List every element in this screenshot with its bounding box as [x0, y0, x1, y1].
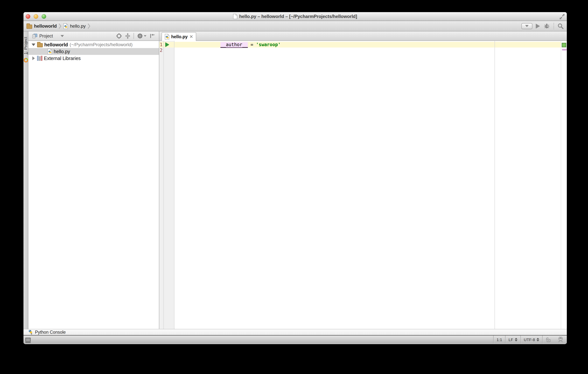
minimize-window-button[interactable]: [34, 14, 38, 19]
right-margin-guide: [494, 41, 495, 329]
tab-label: hello.py: [171, 34, 188, 39]
token-author-variable: __author__: [220, 42, 248, 48]
tab-close-icon[interactable]: ✕: [189, 34, 193, 39]
tree-row-root[interactable]: helloworld (~/PycharmProjects/helloworld…: [28, 41, 159, 48]
encoding-selector[interactable]: UTF-8: [521, 336, 542, 344]
external-libraries-icon: [37, 56, 42, 61]
window-title: hello.py – helloworld – [~/PycharmProjec…: [239, 14, 357, 19]
breadcrumb-item-file[interactable]: hello.py: [70, 23, 86, 29]
project-tree: helloworld (~/PycharmProjects/helloworld…: [28, 41, 159, 329]
hide-panel-icon[interactable]: [149, 33, 155, 39]
tree-row-external-libraries[interactable]: External Libraries: [28, 55, 159, 62]
project-button-label: : Project: [23, 37, 28, 52]
breadcrumb-item-project[interactable]: helloworld: [34, 23, 57, 29]
hector-inspector-icon[interactable]: [554, 336, 565, 344]
breadcrumb-chevron-icon: [88, 23, 90, 29]
run-line-marker-icon[interactable]: [165, 43, 169, 47]
tree-file-label: hello.py: [54, 49, 70, 54]
tree-root-path: (~/PycharmProjects/helloworld): [70, 42, 133, 47]
chevron-down-icon: [525, 25, 529, 27]
inspection-ok-icon[interactable]: [562, 43, 566, 47]
readonly-lock-icon[interactable]: [543, 336, 554, 344]
tab-hello-py[interactable]: hello.py ✕: [162, 32, 196, 41]
line-separator-value: LF: [509, 337, 513, 342]
encoding-value: UTF-8: [524, 337, 535, 342]
chevron-down-icon[interactable]: [61, 35, 64, 37]
toolbar-separator: [554, 23, 554, 29]
python-console-label: Python Console: [35, 330, 66, 335]
run-configuration-dropdown[interactable]: [521, 23, 532, 29]
run-toolbar: [521, 23, 564, 29]
token-string: 'swaroop': [256, 42, 281, 47]
project-view-icon: [32, 33, 37, 38]
line-number: 2: [159, 48, 163, 53]
gear-icon[interactable]: [137, 33, 147, 39]
line-separator-selector[interactable]: LF: [505, 336, 520, 344]
updown-arrows-icon: [536, 338, 539, 342]
editor-tab-bar: hello.py ✕: [159, 32, 567, 41]
annotation-gutter: [164, 41, 174, 329]
editor-column: hello.py ✕ 1 2: [159, 32, 567, 329]
document-icon: [233, 14, 237, 19]
caret-position-value: 1:1: [497, 337, 502, 342]
toolwindow-strip: 1: Project: [23, 32, 28, 329]
pycharm-logo-icon: [24, 58, 28, 63]
close-window-button[interactable]: [26, 14, 30, 19]
debug-button[interactable]: [543, 23, 550, 29]
folder-icon: [37, 43, 43, 47]
tree-root-label: helloworld: [44, 42, 68, 47]
code-area[interactable]: __author__ = 'swaroop': [174, 41, 561, 329]
project-panel-title[interactable]: Project: [39, 33, 53, 39]
error-stripe-column[interactable]: [561, 41, 567, 329]
toolwindow-toggle-icon[interactable]: [25, 338, 31, 342]
python-file-icon: [165, 34, 169, 40]
breadcrumb: helloworld hello.py: [26, 23, 90, 29]
tree-row-file-selected[interactable]: hello.py: [28, 48, 159, 55]
bottom-toolwindow-bar: Python Console: [23, 329, 567, 336]
traffic-lights: [23, 14, 46, 19]
status-bar: 1:1 LF UTF-8: [23, 336, 567, 344]
project-panel: Project: [28, 32, 159, 329]
zoom-window-button[interactable]: [42, 14, 46, 19]
locate-icon[interactable]: [116, 33, 122, 39]
collapsed-triangle-icon[interactable]: [32, 56, 35, 60]
python-console-icon: [28, 330, 33, 335]
python-file-icon: [47, 49, 52, 54]
editor[interactable]: 1 2 __author__ = 'swaroop': [159, 41, 567, 329]
line-number-gutter: 1 2: [159, 41, 164, 329]
collapse-all-icon[interactable]: [125, 33, 131, 39]
fullscreen-icon[interactable]: [559, 14, 565, 20]
navigation-bar: helloworld hello.py: [23, 21, 567, 32]
project-toolwindow-button[interactable]: 1: Project: [23, 33, 28, 58]
main-area: 1: Project: [23, 32, 567, 329]
toolbar-separator: [134, 33, 134, 39]
line-number: 1: [159, 42, 163, 47]
tree-libraries-label: External Libraries: [44, 56, 81, 61]
mnemonic: 1: [23, 52, 28, 54]
breadcrumb-chevron-icon: [59, 23, 61, 29]
updown-arrows-icon: [515, 338, 517, 342]
title-group: hello.py – helloworld – [~/PycharmProjec…: [23, 14, 567, 19]
code-line-1: __author__ = 'swaroop': [174, 42, 561, 47]
python-console-button[interactable]: Python Console: [26, 329, 68, 335]
search-everywhere-icon[interactable]: [557, 23, 564, 29]
token-operator: =: [248, 42, 256, 47]
error-stripe-mark[interactable]: [562, 49, 567, 51]
screen-background: hello.py – helloworld – [~/PycharmProjec…: [0, 0, 588, 374]
folder-icon: [26, 25, 32, 29]
titlebar[interactable]: hello.py – helloworld – [~/PycharmProjec…: [23, 12, 567, 21]
project-panel-header: Project: [28, 32, 159, 41]
run-button[interactable]: [536, 24, 540, 29]
chevron-down-icon: [144, 35, 147, 37]
pycharm-window: hello.py – helloworld – [~/PycharmProjec…: [23, 12, 567, 344]
caret-position[interactable]: 1:1: [494, 336, 505, 344]
expanded-triangle-icon[interactable]: [32, 43, 35, 46]
python-file-icon: [63, 23, 68, 29]
